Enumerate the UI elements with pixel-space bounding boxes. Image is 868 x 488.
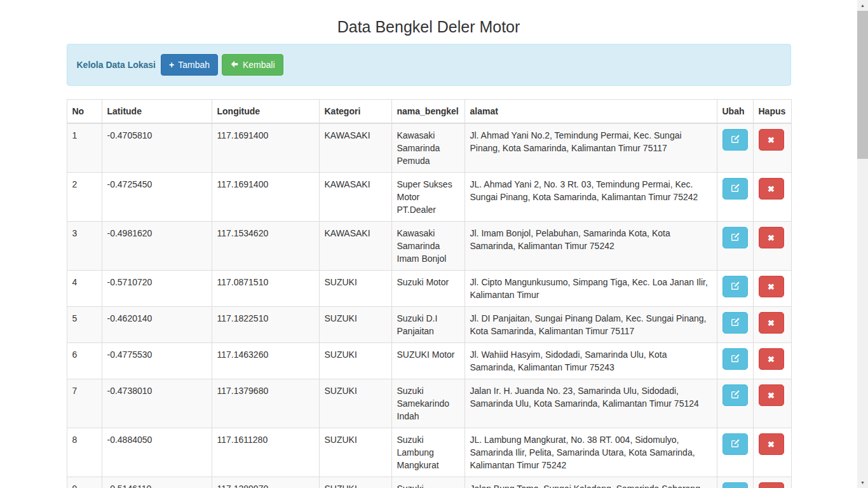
cell-longitude: 117.1691400 bbox=[212, 123, 319, 173]
cell-alamat: Jl. DI Panjaitan, Sungai Pinang Dalam, K… bbox=[465, 307, 717, 343]
ubah-button[interactable] bbox=[722, 433, 748, 455]
content-container: Data Bengkel Deler Motor Kelola Data Lok… bbox=[67, 18, 791, 488]
cell-ubah bbox=[717, 428, 753, 477]
scrollbar-thumb[interactable] bbox=[857, 11, 868, 159]
edit-icon bbox=[731, 281, 740, 292]
ubah-button[interactable] bbox=[722, 348, 748, 370]
cell-kategori: SUZUKI bbox=[319, 343, 391, 379]
delete-button[interactable]: ✖ bbox=[759, 227, 784, 248]
cell-nama-bengkel: Kawasaki Samarinda Imam Bonjol bbox=[391, 222, 465, 271]
ubah-button[interactable] bbox=[722, 312, 748, 334]
table-row: 3 -0.4981620 117.1534620 KAWASAKI Kawasa… bbox=[67, 222, 791, 271]
cell-no: 4 bbox=[67, 271, 102, 307]
table-header-row: NoLatitudeLongitudeKategorinama_bengkela… bbox=[67, 100, 791, 124]
edit-icon bbox=[731, 233, 740, 243]
vertical-scrollbar[interactable]: ▲ ▼ bbox=[857, 0, 868, 488]
cell-hapus: ✖ bbox=[753, 271, 791, 307]
column-header-alamat: alamat bbox=[465, 100, 717, 124]
cell-longitude: 117.1822510 bbox=[212, 307, 319, 343]
scrollbar-down-arrow[interactable]: ▼ bbox=[857, 477, 868, 488]
delete-button[interactable]: ✖ bbox=[759, 312, 784, 334]
scrollbar-up-arrow[interactable]: ▲ bbox=[857, 0, 868, 11]
cell-kategori: SUZUKI bbox=[319, 307, 391, 343]
cell-no: 7 bbox=[67, 379, 102, 428]
column-header-no: No bbox=[67, 100, 102, 124]
column-header-longitude: Longitude bbox=[212, 100, 319, 124]
table-row: 2 -0.4725450 117.1691400 KAWASAKI Super … bbox=[67, 173, 791, 222]
cell-nama-bengkel: Kawasaki Samarinda Pemuda bbox=[391, 123, 465, 173]
delete-button[interactable]: ✖ bbox=[759, 348, 784, 370]
delete-button[interactable]: ✖ bbox=[759, 276, 784, 297]
edit-icon bbox=[731, 318, 740, 329]
cell-ubah bbox=[717, 379, 753, 428]
cell-hapus: ✖ bbox=[753, 477, 791, 488]
cell-kategori: KAWASAKI bbox=[319, 222, 391, 271]
cell-latitude: -0.4620140 bbox=[102, 307, 212, 343]
table-body: 1 -0.4705810 117.1691400 KAWASAKI Kawasa… bbox=[67, 123, 791, 488]
tambah-button[interactable]: + Tambah bbox=[161, 54, 218, 76]
cell-alamat: Jl. Wahiid Hasyim, Sidodadi, Samarinda U… bbox=[465, 343, 717, 379]
x-icon: ✖ bbox=[768, 136, 775, 144]
cell-alamat: JL. Lambung Mangkurat, No. 38 RT. 004, S… bbox=[465, 428, 717, 477]
cell-ubah bbox=[717, 477, 753, 488]
cell-alamat: Jalan Bung Tomo, Sungai Keledang, Samari… bbox=[465, 477, 717, 488]
cell-alamat: Jl. Cipto Mangunkusumo, Simpang Tiga, Ke… bbox=[465, 271, 717, 307]
arrow-left-icon bbox=[230, 60, 239, 70]
cell-kategori: KAWASAKI bbox=[319, 123, 391, 173]
cell-ubah bbox=[717, 222, 753, 271]
delete-button[interactable]: ✖ bbox=[759, 129, 784, 151]
cell-latitude: -0.4981620 bbox=[102, 222, 212, 271]
cell-no: 3 bbox=[67, 222, 102, 271]
kembali-button[interactable]: Kembali bbox=[222, 54, 283, 76]
delete-button[interactable]: ✖ bbox=[759, 178, 784, 200]
cell-kategori: SUZUKI bbox=[319, 477, 391, 488]
cell-longitude: 117.1534620 bbox=[212, 222, 319, 271]
cell-nama-bengkel: Suzuki Samekarindo Indah bbox=[391, 379, 465, 428]
cell-ubah bbox=[717, 271, 753, 307]
page-title: Data Bengkel Deler Motor bbox=[67, 18, 791, 36]
cell-no: 6 bbox=[67, 343, 102, 379]
cell-latitude: -0.5146110 bbox=[102, 477, 212, 488]
cell-longitude: 117.0871510 bbox=[212, 271, 319, 307]
cell-hapus: ✖ bbox=[753, 307, 791, 343]
table-row: 7 -0.4738010 117.1379680 SUZUKI Suzuki S… bbox=[67, 379, 791, 428]
cell-kategori: SUZUKI bbox=[319, 379, 391, 428]
x-icon: ✖ bbox=[768, 234, 775, 242]
cell-no: 2 bbox=[67, 173, 102, 222]
column-header-hapus: Hapus bbox=[753, 100, 791, 124]
cell-no: 1 bbox=[67, 123, 102, 173]
edit-icon bbox=[731, 354, 740, 365]
cell-nama-bengkel: Suzuki Motor bbox=[391, 271, 465, 307]
cell-hapus: ✖ bbox=[753, 173, 791, 222]
panel-label: Kelola Data Lokasi bbox=[77, 60, 156, 70]
delete-button[interactable]: ✖ bbox=[759, 433, 784, 455]
cell-nama-bengkel: Suzuki Lambung Mangkurat bbox=[391, 428, 465, 477]
kelola-data-panel: Kelola Data Lokasi + Tambah Kembali bbox=[67, 44, 791, 86]
ubah-button[interactable] bbox=[722, 129, 748, 151]
edit-icon bbox=[731, 439, 740, 450]
cell-longitude: 117.1379680 bbox=[212, 379, 319, 428]
ubah-button[interactable] bbox=[722, 384, 748, 406]
cell-latitude: -0.4884050 bbox=[102, 428, 212, 477]
cell-hapus: ✖ bbox=[753, 222, 791, 271]
column-header-latitude: Latitude bbox=[102, 100, 212, 124]
table-row: 9 -0.5146110 117.1289970 SUZUKI Suzuki J… bbox=[67, 477, 791, 488]
cell-nama-bengkel: Suzuki bbox=[391, 477, 465, 488]
plus-icon: + bbox=[169, 60, 174, 69]
ubah-button[interactable] bbox=[722, 276, 748, 297]
cell-ubah bbox=[717, 173, 753, 222]
cell-latitude: -0.5710720 bbox=[102, 271, 212, 307]
ubah-button[interactable] bbox=[722, 178, 748, 200]
x-icon: ✖ bbox=[768, 440, 775, 449]
ubah-button[interactable] bbox=[722, 227, 748, 248]
edit-icon bbox=[731, 390, 740, 401]
cell-latitude: -0.4775530 bbox=[102, 343, 212, 379]
delete-button[interactable]: ✖ bbox=[759, 384, 784, 406]
cell-latitude: -0.4705810 bbox=[102, 123, 212, 173]
delete-button[interactable]: ✖ bbox=[759, 482, 784, 488]
cell-hapus: ✖ bbox=[753, 428, 791, 477]
cell-longitude: 117.1289970 bbox=[212, 477, 319, 488]
cell-no: 8 bbox=[67, 428, 102, 477]
cell-longitude: 117.1691400 bbox=[212, 173, 319, 222]
ubah-button[interactable] bbox=[722, 482, 748, 488]
